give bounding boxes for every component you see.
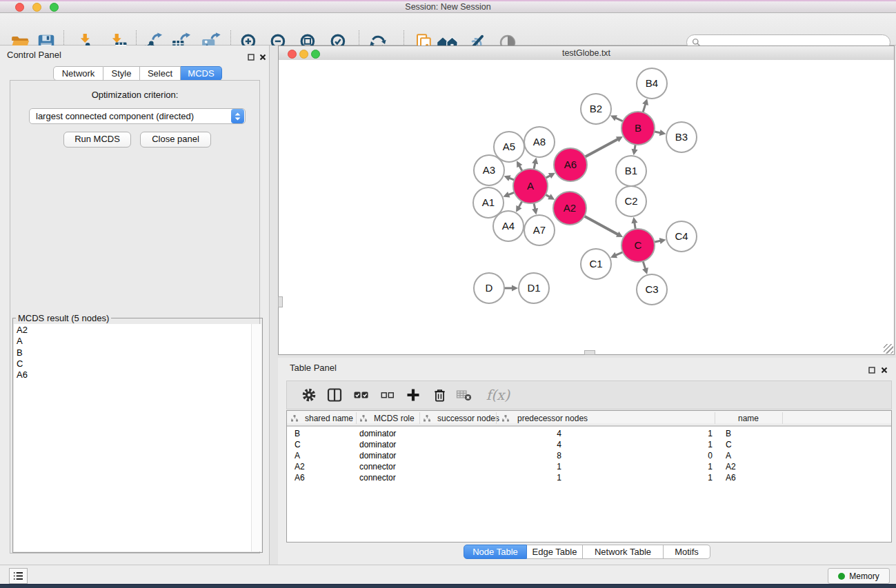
col-shared-name[interactable]: shared name <box>305 414 353 423</box>
tab-motifs[interactable]: Motifs <box>664 545 710 559</box>
table-cell[interactable]: A2 <box>295 462 353 472</box>
close-panel-button[interactable]: Close panel <box>140 132 211 148</box>
resize-grip-icon[interactable] <box>884 344 893 354</box>
network-canvas[interactable]: B4B2BB3B1A5A8A6A3AA1C2A2A4A7CC4C1C3DD1 <box>279 60 894 354</box>
float-table-panel-icon[interactable] <box>868 364 875 376</box>
create-column-plus-icon[interactable] <box>401 383 425 407</box>
mcds-result-group: MCDS result (5 nodes) A2ABCA6 <box>12 313 263 553</box>
table-cell[interactable]: dominator <box>359 451 418 460</box>
close-table-panel-icon[interactable] <box>881 364 888 376</box>
tab-network-table[interactable]: Network Table <box>583 545 664 559</box>
task-history-button[interactable] <box>9 568 28 584</box>
graph-node-C[interactable]: C <box>621 229 655 262</box>
table-cell[interactable]: 1 <box>572 440 713 449</box>
table-settings-gear-icon[interactable] <box>297 383 321 407</box>
float-panel-icon[interactable] <box>248 51 255 63</box>
tab-select[interactable]: Select <box>140 66 181 81</box>
network-graph[interactable]: B4B2BB3B1A5A8A6A3AA1C2A2A4A7CC4C1C3DD1 <box>279 60 894 354</box>
svg-text:B2: B2 <box>590 103 602 114</box>
table-cell[interactable]: 1 <box>427 473 561 483</box>
graph-node-A1[interactable]: A1 <box>473 187 504 218</box>
graph-node-B4[interactable]: B4 <box>637 68 667 99</box>
table-cell[interactable]: A <box>295 451 353 460</box>
graph-node-B1[interactable]: B1 <box>616 156 646 186</box>
graph-node-D[interactable]: D <box>474 273 504 303</box>
graph-node-C2[interactable]: C2 <box>616 186 646 216</box>
table-cell[interactable]: 1 <box>572 462 713 472</box>
table-cell[interactable]: 1 <box>572 473 713 483</box>
table-cell[interactable]: dominator <box>359 440 418 449</box>
svg-text:C2: C2 <box>624 195 637 207</box>
run-mcds-button[interactable]: Run MCDS <box>63 132 131 148</box>
table-cell[interactable]: 1 <box>427 462 561 472</box>
table-cell[interactable]: connector <box>359 473 418 483</box>
table-cell[interactable]: B <box>295 429 353 438</box>
graph-node-A6[interactable]: A6 <box>554 148 587 181</box>
table-cell[interactable]: A6 <box>295 473 353 483</box>
resize-nub-left[interactable] <box>278 296 283 307</box>
delete-table-icon[interactable] <box>452 383 476 407</box>
tab-node-table[interactable]: Node Table <box>464 545 527 559</box>
graph-node-D1[interactable]: D1 <box>519 273 549 303</box>
graph-node-B3[interactable]: B3 <box>666 122 697 152</box>
table-cell[interactable]: A2 <box>726 462 802 472</box>
table-cell[interactable]: dominator <box>359 429 418 438</box>
table-cell[interactable]: A6 <box>726 473 802 483</box>
table-cell[interactable]: 1 <box>572 429 713 438</box>
edge-arrow-icon <box>532 208 538 215</box>
mcds-result-scrollbar[interactable] <box>251 324 261 551</box>
graph-node-B[interactable]: B <box>621 112 655 145</box>
graph-node-A2[interactable]: A2 <box>553 192 586 225</box>
memory-status-icon <box>838 573 845 580</box>
graph-node-C1[interactable]: C1 <box>581 249 611 279</box>
close-panel-icon[interactable] <box>259 51 266 63</box>
status-bar: Memory <box>0 565 896 584</box>
table-cell[interactable]: A <box>726 451 802 460</box>
delete-column-trash-icon[interactable] <box>428 383 451 407</box>
graph-node-A7[interactable]: A7 <box>524 215 555 245</box>
table-cell[interactable]: connector <box>359 462 418 472</box>
resize-nub-bottom[interactable] <box>584 350 595 355</box>
network-window-title-bar[interactable]: testGlobe.txt <box>279 46 894 61</box>
graph-node-C4[interactable]: C4 <box>666 221 697 252</box>
optimization-criterion-select[interactable]: largest connected component (directed) <box>29 108 246 124</box>
table-panel: Table Panel <box>278 358 896 565</box>
col-mcds-role[interactable]: MCDS role <box>374 414 415 423</box>
col-name[interactable]: name <box>715 414 782 423</box>
table-panel-title: Table Panel <box>290 363 337 373</box>
table-cell[interactable]: C <box>295 440 353 449</box>
memory-button[interactable]: Memory <box>828 568 890 584</box>
table-cell[interactable]: 4 <box>427 429 561 438</box>
table-cell[interactable]: 4 <box>427 440 561 449</box>
col-successor-nodes[interactable]: successor nodes <box>437 414 499 423</box>
svg-text:A2: A2 <box>564 202 576 214</box>
svg-text:A: A <box>527 180 534 192</box>
table-cell[interactable]: B <box>726 429 802 438</box>
graph-node-C3[interactable]: C3 <box>637 274 667 305</box>
select-all-columns-icon[interactable] <box>350 383 373 407</box>
tab-network[interactable]: Network <box>53 66 103 81</box>
mcds-result-list[interactable]: A2ABCA6 <box>14 324 261 551</box>
table-row[interactable]: Adominator80A <box>287 451 891 462</box>
table-row[interactable]: Bdominator41B <box>287 429 891 440</box>
graph-node-A4[interactable]: A4 <box>493 211 524 241</box>
graph-node-A8[interactable]: A8 <box>524 127 555 157</box>
graph-node-B2[interactable]: B2 <box>581 94 611 124</box>
col-predecessor-nodes[interactable]: predecessor nodes <box>517 414 588 423</box>
graph-node-A[interactable]: A <box>513 169 548 203</box>
table-row[interactable]: A2connector11A2 <box>287 462 891 473</box>
show-columns-icon[interactable] <box>323 383 346 407</box>
table-row[interactable]: Cdominator41C <box>287 440 891 451</box>
table-cell[interactable]: C <box>726 440 802 449</box>
tab-edge-table[interactable]: Edge Table <box>527 545 583 559</box>
table-row[interactable]: A6connector11A6 <box>287 473 891 484</box>
graph-node-A3[interactable]: A3 <box>474 155 504 185</box>
table-cell[interactable]: 0 <box>572 451 713 460</box>
unselect-all-columns-icon[interactable] <box>376 383 399 407</box>
svg-text:A4: A4 <box>502 220 515 232</box>
tab-style[interactable]: Style <box>103 66 140 81</box>
graph-node-A5[interactable]: A5 <box>494 132 524 162</box>
function-builder-button[interactable]: f(x) <box>482 383 514 407</box>
tab-mcds[interactable]: MCDS <box>181 66 222 81</box>
table-cell[interactable]: 8 <box>427 451 561 460</box>
